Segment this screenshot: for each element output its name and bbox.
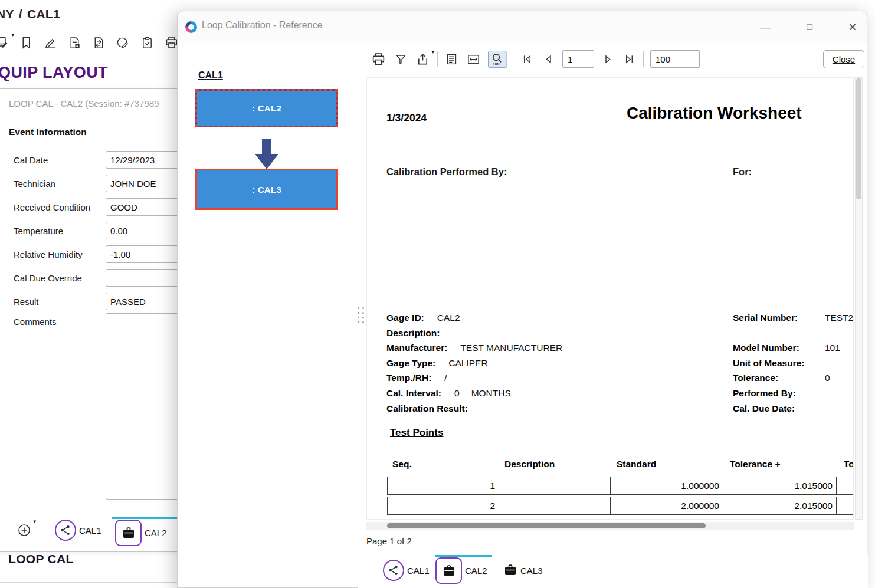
- modal-titlebar: Loop Calibration - Reference — □ ×: [178, 11, 867, 43]
- dropdown-caret-icon: ▾: [431, 49, 434, 55]
- last-page-button[interactable]: [622, 52, 637, 67]
- column-header: Tolerance +: [725, 459, 838, 469]
- detail-row: Temp./RH:/ Tolerance:0: [367, 373, 853, 388]
- zoom-100-button[interactable]: 100: [488, 51, 506, 68]
- dropdown-caret-icon: ▾: [33, 518, 36, 524]
- diagram-root-cal1[interactable]: CAL1: [198, 70, 223, 81]
- export-button[interactable]: ▾: [415, 51, 431, 67]
- dropdown-caret-icon: ▾: [11, 32, 14, 38]
- diagram-node-cal2[interactable]: : CAL2: [195, 89, 338, 127]
- active-tab-indicator: [435, 555, 492, 557]
- breadcrumb-root[interactable]: NY: [0, 7, 14, 21]
- first-page-button[interactable]: [520, 52, 535, 67]
- document-transfer-icon-button[interactable]: [92, 34, 107, 51]
- briefcase-icon: [435, 557, 462, 584]
- next-page-button[interactable]: [601, 52, 615, 67]
- window-close-button[interactable]: ×: [843, 18, 862, 36]
- screen: NY/CAL1 ▾: [0, 0, 875, 588]
- vertical-scrollbar-thumb[interactable]: [856, 78, 861, 199]
- test-points-table: Seq. Description Standard Tolerance + To…: [387, 456, 854, 515]
- technician-label: Technician: [14, 179, 106, 189]
- share-icon: [55, 520, 76, 541]
- background-toolbar: ▾: [0, 34, 180, 51]
- section-title: Event Information: [9, 127, 87, 137]
- page-number-input[interactable]: [562, 50, 594, 68]
- loop-calibration-modal: Loop Calibration - Reference — □ × CAL1 …: [177, 11, 867, 588]
- active-tab-indicator: [112, 517, 183, 519]
- report-toolbar: ▾ 100: [370, 48, 864, 70]
- certify-icon-button[interactable]: [116, 34, 132, 51]
- fit-width-button[interactable]: [466, 51, 481, 67]
- relative-humidity-label: Relative Humidity: [14, 249, 106, 259]
- horizontal-scrollbar[interactable]: [366, 522, 854, 530]
- for-label: For:: [733, 166, 752, 178]
- tab-label: CAL1: [79, 525, 101, 536]
- form-row: Relative Humidity: [14, 242, 202, 266]
- prev-page-button[interactable]: [541, 52, 556, 67]
- event-information-form: Cal Date Technician Received Condition T…: [14, 148, 202, 337]
- modal-tab-cal3[interactable]: CAL3: [503, 563, 543, 577]
- divider: [0, 582, 177, 583]
- column-header: Standard: [611, 459, 725, 469]
- horizontal-scrollbar-thumb[interactable]: [387, 523, 706, 528]
- detail-row: Manufacturer:TEST MANUFACTURER Model Num…: [367, 343, 853, 358]
- table-header-row: Seq. Description Standard Tolerance + To: [387, 456, 854, 472]
- bookmark-icon-button[interactable]: [19, 34, 35, 51]
- form-row: Result: [14, 290, 202, 313]
- tab-label: CAL3: [520, 566, 543, 576]
- cal-date-label: Cal Date: [14, 155, 106, 165]
- breadcrumb-current[interactable]: CAL1: [27, 7, 60, 21]
- received-condition-label: Received Condition: [14, 202, 106, 212]
- edit-note-icon-button[interactable]: [44, 34, 59, 51]
- print-button[interactable]: [370, 51, 387, 68]
- detail-row: Cal. Interval:0MONTHS Performed By:: [367, 388, 853, 403]
- arrow-down-icon: [253, 139, 280, 169]
- equipment-tab-cal1[interactable]: CAL1: [55, 520, 101, 541]
- result-label: Result: [14, 297, 106, 307]
- toolbar-separator: [643, 51, 644, 67]
- table-row: 2 2.000000 2.015000: [387, 497, 854, 515]
- briefcase-icon: [503, 563, 517, 577]
- add-equipment-button[interactable]: ▾: [17, 522, 34, 538]
- loop-diagram-pane: CAL1 : CAL2 : CAL3: [178, 43, 358, 587]
- report-viewer: ▾ 100: [358, 43, 868, 587]
- toolbar-separator: [437, 51, 438, 67]
- document-copy-icon-button[interactable]: [68, 34, 83, 51]
- table-row: 1 1.000000 1.015000: [387, 477, 854, 495]
- loop-cal-panel: LOOP CAL - CAL2 (Session: #737989 Event …: [0, 88, 183, 552]
- report-title: Calibration Worksheet: [627, 104, 802, 123]
- form-row: Technician: [14, 172, 202, 195]
- modal-tab-cal2[interactable]: CAL2: [435, 557, 487, 584]
- form-row: Received Condition: [14, 195, 202, 219]
- modal-equipment-tab-bar: CAL1 CAL2 CAL3: [358, 554, 868, 588]
- panel-title: LOOP CAL - CAL2 (Session: #737989: [9, 98, 159, 109]
- filter-button[interactable]: [394, 52, 408, 67]
- gage-details: Gage ID:CAL2 Serial Number:TEST2 Descrip…: [367, 313, 853, 418]
- close-button[interactable]: Close: [823, 50, 864, 68]
- equipment-tab-cal2[interactable]: CAL2: [115, 520, 167, 546]
- equipment-tab-bar: ▾ CAL1 CAL2: [0, 513, 183, 551]
- device-edit-icon-button[interactable]: ▾: [0, 34, 11, 51]
- text-view-button[interactable]: [444, 52, 459, 67]
- minimize-button[interactable]: —: [756, 18, 775, 36]
- tab-label: CAL1: [407, 566, 430, 576]
- column-header: Seq.: [387, 459, 499, 469]
- test-points-heading: Test Points: [390, 427, 443, 439]
- clipboard-check-icon-button[interactable]: [140, 34, 156, 51]
- breadcrumb-separator: /: [19, 7, 22, 21]
- vertical-scrollbar[interactable]: [855, 77, 863, 520]
- modal-title: Loop Calibration - Reference: [202, 20, 323, 31]
- report-date: 1/3/2024: [386, 112, 427, 124]
- svg-text:100: 100: [493, 61, 499, 65]
- form-row: Comments: [14, 313, 202, 337]
- performed-by-label: Calibration Performed By:: [386, 166, 507, 178]
- app-logo-icon: [185, 21, 197, 33]
- toolbar-separator: [513, 51, 513, 67]
- briefcase-icon: [115, 520, 142, 546]
- breadcrumb: NY/CAL1: [0, 7, 60, 21]
- diagram-node-cal3[interactable]: : CAL3: [195, 169, 338, 210]
- loop-cal-heading: LOOP CAL: [8, 552, 74, 566]
- zoom-input[interactable]: [650, 50, 700, 68]
- maximize-button[interactable]: □: [800, 18, 819, 36]
- modal-tab-cal1[interactable]: CAL1: [383, 560, 430, 581]
